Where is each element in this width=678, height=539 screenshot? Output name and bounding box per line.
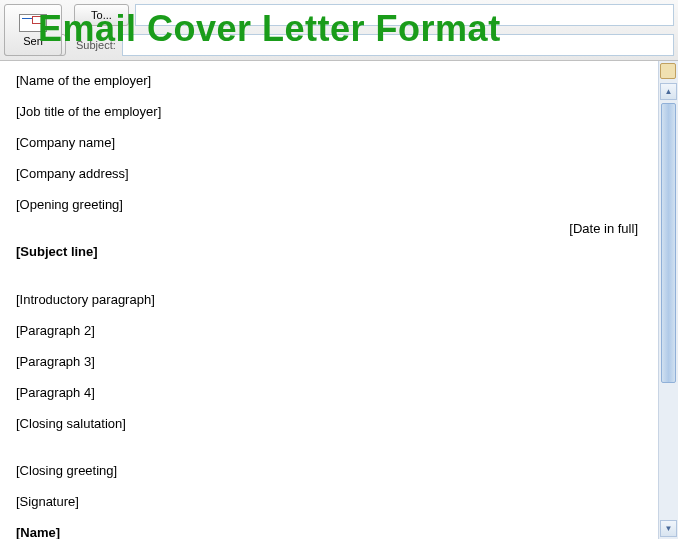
send-button[interactable]: Sen — [4, 4, 62, 56]
to-button[interactable]: To... — [74, 4, 129, 26]
mail-icon — [19, 14, 47, 32]
to-input[interactable] — [135, 4, 674, 26]
closing-line: [Signature] — [16, 494, 642, 511]
send-button-label: Sen — [23, 35, 43, 47]
body-paragraph: [Paragraph 3] — [16, 354, 642, 371]
body-line: [Job title of the employer] — [16, 104, 642, 121]
scroll-up-button[interactable]: ▲ — [660, 83, 677, 100]
closing-line: [Closing greeting] — [16, 463, 642, 480]
body-line: [Opening greeting] — [16, 197, 642, 214]
subject-input[interactable] — [122, 34, 674, 56]
subject-row: Account ▼ Subject: — [0, 30, 678, 60]
body-line: [Company address] — [16, 166, 642, 183]
scroll-down-button[interactable]: ▼ — [660, 520, 677, 537]
scroll-thumb[interactable] — [661, 103, 676, 383]
scrollbar[interactable]: ▲ ▼ — [658, 61, 678, 539]
paste-options-icon[interactable] — [660, 63, 676, 79]
body-paragraph: [Paragraph 2] — [16, 323, 642, 340]
body-line: [Company name] — [16, 135, 642, 152]
body-paragraph: [Paragraph 4] — [16, 385, 642, 402]
body-container: [Name of the employer] [Job title of the… — [0, 61, 678, 539]
name-line: [Name] — [16, 525, 642, 539]
body-line: [Name of the employer] — [16, 73, 642, 90]
email-header: Sen To... Account ▼ Subject: Email Cover… — [0, 0, 678, 61]
to-row: To... — [0, 0, 678, 30]
date-field: [Date in full] — [569, 221, 638, 238]
subject-label: Subject: — [76, 39, 116, 51]
body-paragraph: [Closing salutation] — [16, 416, 642, 433]
email-body[interactable]: [Name of the employer] [Job title of the… — [0, 61, 658, 539]
body-paragraph: [Introductory paragraph] — [16, 292, 642, 309]
subject-line: [Subject line] — [16, 244, 642, 261]
